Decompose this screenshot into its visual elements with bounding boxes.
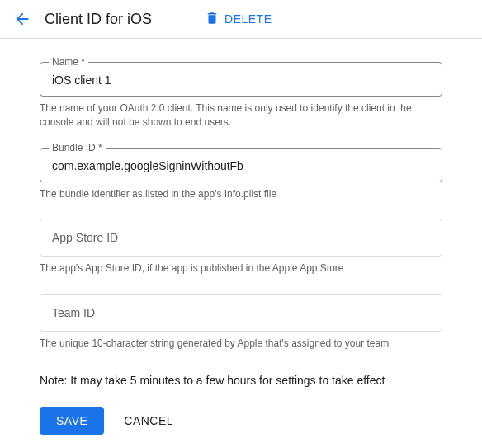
delete-label: DELETE: [224, 12, 272, 26]
name-field-group: Name * The name of your OAuth 2.0 client…: [40, 62, 442, 130]
trash-icon: [205, 11, 220, 28]
bundle-field[interactable]: Bundle ID *: [40, 148, 442, 182]
delete-button[interactable]: DELETE: [205, 11, 272, 28]
appstore-field-group: App Store ID The app's App Store ID, if …: [40, 219, 442, 276]
appstore-helper: The app's App Store ID, if the app is pu…: [40, 262, 442, 276]
appstore-field[interactable]: App Store ID: [40, 219, 442, 257]
page-title: Client ID for iOS: [45, 11, 152, 28]
name-field[interactable]: Name *: [40, 62, 442, 97]
button-row: SAVE CANCEL: [40, 407, 442, 435]
page-header: Client ID for iOS DELETE: [0, 0, 482, 39]
name-helper: The name of your OAuth 2.0 client. This …: [40, 101, 442, 130]
appstore-placeholder: App Store ID: [52, 231, 118, 244]
team-field[interactable]: Team ID: [40, 294, 442, 332]
team-helper: The unique 10-character string generated…: [40, 337, 442, 351]
cancel-button[interactable]: CANCEL: [124, 414, 173, 427]
note-text: Note: It may take 5 minutes to a few hou…: [40, 374, 442, 387]
team-placeholder: Team ID: [52, 306, 95, 319]
bundle-input[interactable]: [52, 159, 430, 172]
bundle-label: Bundle ID *: [49, 142, 106, 153]
team-field-group: Team ID The unique 10-character string g…: [40, 294, 442, 351]
back-arrow-icon[interactable]: [13, 10, 31, 28]
name-label: Name *: [49, 56, 88, 68]
name-input[interactable]: [52, 73, 430, 87]
bundle-field-group: Bundle ID * The bundle identifier as lis…: [40, 148, 442, 201]
save-button[interactable]: SAVE: [40, 407, 104, 435]
bundle-helper: The bundle identifier as listed in the a…: [40, 187, 442, 201]
form-content: Name * The name of your OAuth 2.0 client…: [0, 39, 482, 448]
